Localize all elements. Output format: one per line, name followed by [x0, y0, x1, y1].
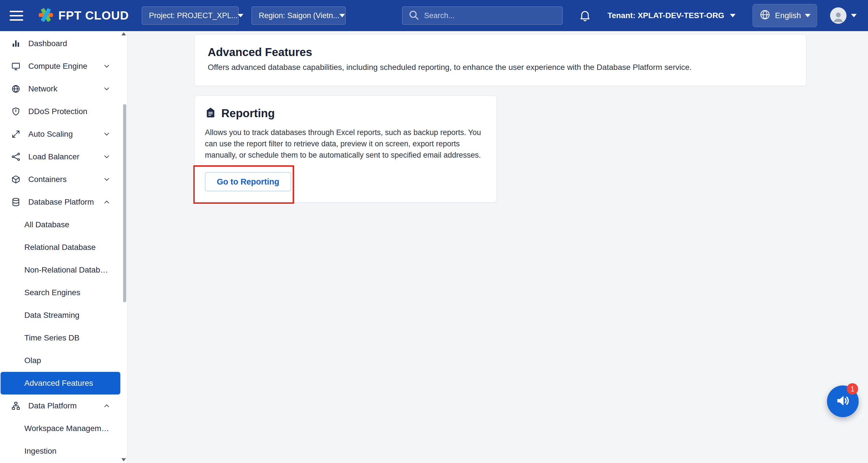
sidebar-item-label: Network [28, 84, 96, 93]
sidebar-item-label: Database Platform [28, 197, 96, 207]
reporting-card-header: Reporting [205, 107, 486, 119]
sidebar-item-label: Search Engines [24, 288, 112, 297]
brand-logo[interactable]: FPT CLOUD [38, 7, 129, 24]
project-selector[interactable]: Project: PROJECT_XPL... [142, 6, 239, 25]
sidebar-item-dashboard[interactable]: Dashboard [0, 32, 120, 55]
chevron-down-icon [238, 14, 243, 17]
sidebar-item-label: DDoS Protection [28, 107, 112, 116]
tenant-selector[interactable]: Tenant: XPLAT-DEV-TEST-ORG [607, 11, 736, 20]
clipboard-icon [205, 107, 216, 119]
reporting-description: Allows you to track databases through Ex… [205, 127, 486, 161]
brand-name: FPT CLOUD [58, 9, 129, 22]
tenant-label: Tenant: XPLAT-DEV-TEST-ORG [607, 11, 724, 20]
language-label: English [775, 11, 801, 20]
sidebar-item-data-streaming[interactable]: Data Streaming [0, 304, 120, 327]
sidebar-item-label: Ingestion [24, 446, 112, 456]
reporting-title: Reporting [221, 107, 275, 120]
sidebar-item-containers[interactable]: Containers [0, 168, 120, 191]
sidebar-item-database-platform[interactable]: Database Platform [0, 191, 120, 213]
sidebar-item-ddos-protection[interactable]: DDoS Protection [0, 100, 120, 123]
chevron-down-icon [730, 14, 736, 17]
sidebar-item-time-series-db[interactable]: Time Series DB [0, 327, 120, 349]
sidebar-item-workspace-management[interactable]: Workspace Management [0, 417, 120, 440]
sidebar-item-search-engines[interactable]: Search Engines [0, 281, 120, 304]
sidebar-item-compute-engine[interactable]: Compute Engine [0, 55, 120, 78]
scrollbar-up-arrow[interactable] [121, 32, 126, 35]
sidebar-item-network[interactable]: Network [0, 78, 120, 100]
sidebar-item-label: Time Series DB [24, 333, 112, 342]
box-icon [10, 174, 22, 185]
main-content: Advanced Features Offers advanced databa… [127, 31, 868, 463]
network-globe-icon [10, 83, 22, 95]
sidebar-item-relational-database[interactable]: Relational Database [0, 236, 120, 259]
region-selector[interactable]: Region: Saigon (Vietn... [252, 6, 346, 25]
search-input[interactable] [424, 11, 557, 20]
sidebar: Dashboard Compute Engine Network [0, 31, 127, 463]
chevron-down-icon [851, 14, 857, 17]
sidebar-item-label: All Database [24, 220, 112, 229]
notification-bell-icon[interactable] [579, 9, 591, 22]
sidebar-item-label: Relational Database [24, 243, 112, 252]
reporting-card: Reporting Allows you to track databases … [194, 95, 497, 202]
chevron-down-icon [103, 153, 112, 161]
sidebar-item-label: Load Balancer [28, 152, 96, 161]
monitor-icon [10, 61, 22, 72]
avatar [830, 7, 846, 24]
chevron-down-icon [103, 62, 112, 70]
chevron-down-icon [339, 14, 345, 17]
dashboard-icon [10, 38, 22, 49]
chevron-down-icon [805, 14, 810, 17]
chevron-up-icon [103, 198, 112, 206]
sidebar-item-all-database[interactable]: All Database [0, 213, 120, 236]
search-bar[interactable] [402, 6, 563, 25]
sidebar-item-label: Non-Relational Database [24, 266, 112, 275]
share-nodes-icon [10, 151, 22, 162]
chevron-down-icon [103, 85, 112, 93]
sidebar-item-label: Compute Engine [28, 62, 96, 71]
region-selector-label: Region: Saigon (Vietn... [259, 11, 339, 20]
sidebar-item-non-relational-database[interactable]: Non-Relational Database [0, 259, 120, 281]
language-selector[interactable]: English [752, 4, 817, 27]
sidebar-item-label: Data Streaming [24, 311, 112, 320]
shield-icon [10, 106, 22, 117]
scaling-icon [10, 128, 22, 140]
chevron-down-icon [103, 176, 112, 183]
search-icon [408, 9, 420, 22]
sidebar-item-olap[interactable]: Olap [0, 349, 120, 372]
top-bar: FPT CLOUD Project: PROJECT_XPL... Region… [0, 0, 868, 31]
database-icon [10, 196, 22, 208]
sidebar-item-label: Olap [24, 356, 112, 365]
sitemap-icon [10, 400, 22, 411]
chevron-up-icon [103, 402, 112, 410]
notification-badge: 1 [847, 383, 858, 395]
advanced-features-card: Advanced Features Offers advanced databa… [194, 34, 806, 86]
scrollbar-thumb[interactable] [123, 104, 126, 302]
scrollbar-down-arrow[interactable] [121, 458, 126, 461]
sidebar-item-label: Dashboard [28, 39, 112, 48]
chevron-down-icon [103, 130, 112, 138]
sidebar-item-label: Containers [28, 175, 96, 184]
page-description: Offers advanced database capabilities, i… [208, 63, 793, 71]
sidebar-item-advanced-features[interactable]: Advanced Features [1, 372, 120, 395]
sidebar-item-label: Workspace Management [24, 424, 112, 433]
go-to-reporting-button[interactable]: Go to Reporting [205, 172, 291, 191]
sidebar-item-label: Auto Scaling [28, 130, 96, 139]
sidebar-item-ingestion[interactable]: Ingestion [0, 440, 120, 462]
menu-icon[interactable] [10, 7, 27, 24]
sidebar-item-auto-scaling[interactable]: Auto Scaling [0, 123, 120, 146]
user-menu[interactable] [830, 7, 857, 24]
sidebar-item-label: Advanced Features [24, 379, 112, 388]
page-title: Advanced Features [208, 46, 793, 58]
fpt-logo-icon [38, 7, 54, 24]
globe-icon [759, 9, 771, 23]
sidebar-item-data-platform[interactable]: Data Platform [0, 395, 120, 417]
project-selector-label: Project: PROJECT_XPL... [149, 11, 238, 20]
megaphone-icon [835, 393, 851, 410]
sidebar-item-label: Data Platform [28, 401, 96, 410]
sidebar-item-load-balancer[interactable]: Load Balancer [0, 146, 120, 168]
